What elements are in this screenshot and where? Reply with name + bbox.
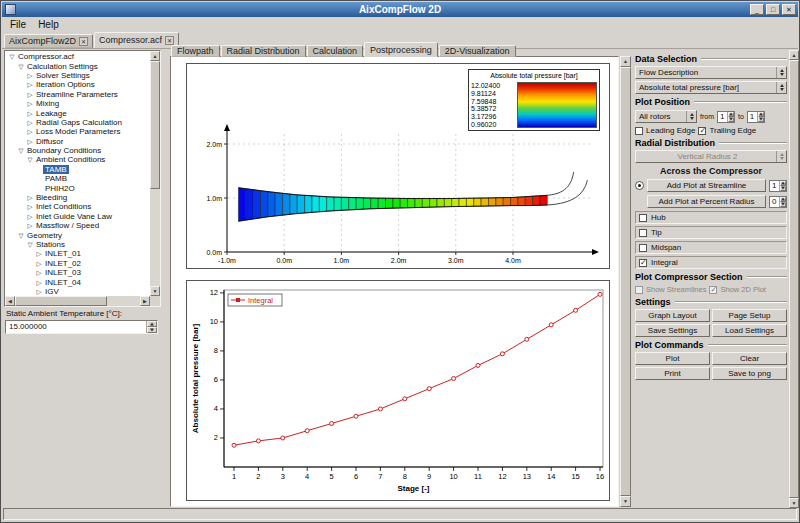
checkbox-box[interactable] [639, 244, 647, 252]
tree-item-diffusor[interactable]: ▷Diffusor [6, 137, 149, 146]
tree-item-radial-gaps-calculation[interactable]: ▷Radial Gaps Calculation [6, 118, 149, 127]
tree-item-bleeding[interactable]: ▷Bleeding [6, 193, 149, 202]
tree-horizontal-scrollbar[interactable] [5, 296, 150, 306]
tree-expander-icon[interactable]: ▷ [26, 71, 34, 80]
tree-item-inlet-conditions[interactable]: ▷Inlet Conditions [6, 202, 149, 211]
combo-arrows-icon[interactable] [776, 82, 786, 93]
to-spinner[interactable]: 1 [747, 111, 765, 123]
tree-expander-icon[interactable]: ▷ [35, 268, 43, 277]
maximize-icon[interactable]: □ [766, 4, 780, 15]
tree-item-ambient-conditions[interactable]: ▽Ambient Conditions [6, 155, 149, 164]
tree-expander-icon[interactable]: ▽ [26, 155, 34, 164]
tab-2d-visualization[interactable]: 2D-Visualization [439, 45, 516, 57]
tree-item-phih2o[interactable]: PHIH2O [6, 183, 149, 192]
scroll-down-icon[interactable] [150, 286, 160, 296]
tree-item-geometry[interactable]: ▽Geometry [6, 230, 149, 239]
hub-checkbox-row[interactable]: Hub [635, 211, 787, 224]
graph-layout-button[interactable]: Graph Layout [635, 309, 710, 322]
clear-button[interactable]: Clear [712, 352, 787, 365]
print-button[interactable]: Print [635, 367, 710, 380]
tree-expander-icon[interactable]: ▷ [26, 90, 34, 99]
tree-item-inlet-03[interactable]: ▷INLET_03 [6, 268, 149, 277]
tree-vertical-scrollbar[interactable] [150, 51, 160, 296]
midspan-checkbox-row[interactable]: Midspan [635, 241, 787, 254]
scroll-down-icon[interactable] [620, 496, 631, 507]
tree-item-stations[interactable]: ▽Stations [6, 240, 149, 249]
scroll-left-icon[interactable] [5, 296, 15, 306]
tree-expander-icon[interactable]: ▷ [26, 193, 34, 202]
scroll-down-icon[interactable] [789, 498, 799, 508]
tree-expander-icon[interactable]: ▷ [26, 118, 34, 127]
checkbox-box[interactable] [639, 229, 647, 237]
doc-tab-aixcompflow2d[interactable]: AixCompFlow2D✕ [4, 34, 93, 48]
tree-item-streamline-parameters[interactable]: ▷Streamline Parameters [6, 90, 149, 99]
tree-item-massflow-speed[interactable]: ▷Massflow / Speed [6, 221, 149, 230]
streamline-radio[interactable] [635, 181, 644, 190]
tree-expander-icon[interactable]: ▷ [35, 278, 43, 287]
tree-expander-icon[interactable]: ▽ [8, 52, 16, 61]
tree-expander-icon[interactable]: ▷ [26, 109, 34, 118]
tree-expander-icon[interactable]: ▷ [26, 99, 34, 108]
tree-item-inlet-02[interactable]: ▷INLET_02 [6, 259, 149, 268]
spin-down-icon[interactable] [780, 202, 786, 207]
tree-item-loss-model-parameters[interactable]: ▷Loss Model Parameters [6, 127, 149, 136]
tab-close-icon[interactable]: ✕ [79, 37, 88, 46]
leading-edge-checkbox[interactable]: Leading Edge [635, 126, 695, 135]
static-ambient-temperature-value[interactable]: 15.000000 [6, 321, 146, 333]
titlebar[interactable]: AixCompFlow 2D _ □ ✕ [2, 2, 798, 17]
tree-expander-icon[interactable]: ▷ [26, 212, 34, 221]
combo-arrows-icon[interactable] [776, 67, 786, 78]
tree-expander-icon[interactable]: ▷ [35, 287, 43, 295]
checkbox-box[interactable] [639, 214, 647, 222]
tree-item-tamb[interactable]: TAMB [6, 165, 149, 174]
streamline-number-spinner[interactable]: 1 [769, 180, 787, 192]
tree-item-igv[interactable]: ▷IGV [6, 287, 149, 295]
tree-expander-icon[interactable]: ▽ [17, 231, 25, 240]
menu-file[interactable]: File [4, 19, 32, 30]
checkbox-box[interactable] [639, 259, 647, 267]
tree-item-iteration-options[interactable]: ▷Iteration Options [6, 80, 149, 89]
plot-button[interactable]: Plot [635, 352, 710, 365]
scroll-up-icon[interactable] [150, 51, 160, 61]
tab-postprocessing[interactable]: Postprocessing [364, 42, 438, 57]
tree-item-inlet-01[interactable]: ▷INLET_01 [6, 249, 149, 258]
add-plot-at-streamline-button[interactable]: Add Plot at Streamline [647, 179, 766, 192]
load-settings-button[interactable]: Load Settings [712, 324, 787, 337]
tree-item-boundary-conditions[interactable]: ▽Boundary Conditions [6, 146, 149, 155]
tree-item-inlet-guide-vane-law[interactable]: ▷Inlet Guide Vane Law [6, 212, 149, 221]
scroll-up-icon[interactable] [620, 56, 631, 67]
rotor-selection-combo[interactable]: All rotors [635, 110, 697, 123]
tree-item-pamb[interactable]: PAMB [6, 174, 149, 183]
from-spinner[interactable]: 1 [717, 111, 735, 123]
tree-expander-icon[interactable]: ▷ [26, 202, 34, 211]
tree-expander-icon[interactable]: ▽ [17, 146, 25, 155]
tree-expander-icon[interactable]: ▷ [26, 137, 34, 146]
tree-item-calculation-settings[interactable]: ▽Calculation Settings [6, 61, 149, 70]
page-setup-button[interactable]: Page Setup [712, 309, 787, 322]
tree-item-leakage[interactable]: ▷Leakage [6, 108, 149, 117]
tree-expander-icon[interactable]: ▷ [35, 249, 43, 258]
scrollbar-thumb[interactable] [15, 296, 107, 306]
plot-area-scrollbar[interactable] [620, 56, 631, 507]
to-value[interactable]: 1 [748, 112, 757, 122]
tree-item-compressor-acf[interactable]: ▽Compressor.acf [6, 52, 149, 61]
doc-tab-compressor-acf[interactable]: Compressor.acf✕ [94, 32, 179, 48]
scroll-up-icon[interactable] [789, 50, 799, 60]
save-settings-button[interactable]: Save Settings [635, 324, 710, 337]
checkbox-box[interactable] [635, 127, 643, 135]
save-to-png-button[interactable]: Save to png [712, 367, 787, 380]
tree-item-inlet-04[interactable]: ▷INLET_04 [6, 277, 149, 286]
static-ambient-temperature-input[interactable]: 15.000000 [5, 320, 158, 334]
scrollbar-thumb[interactable] [150, 61, 160, 189]
tab-radial-distribution[interactable]: Radial Distribution [221, 45, 306, 57]
minimize-icon[interactable]: _ [750, 4, 764, 15]
percent-radius-spinner[interactable]: 0 [769, 196, 787, 208]
tab-flowpath[interactable]: Flowpath [171, 45, 220, 57]
spin-down-icon[interactable] [780, 186, 786, 191]
integral-checkbox-row[interactable]: Integral [635, 256, 787, 269]
data-type-combo[interactable]: Flow Description [635, 66, 787, 79]
menu-help[interactable]: Help [32, 19, 65, 30]
percent-radius-value[interactable]: 0 [770, 197, 779, 207]
spin-down-icon[interactable] [758, 117, 764, 122]
tree-expander-icon[interactable]: ▷ [26, 221, 34, 230]
